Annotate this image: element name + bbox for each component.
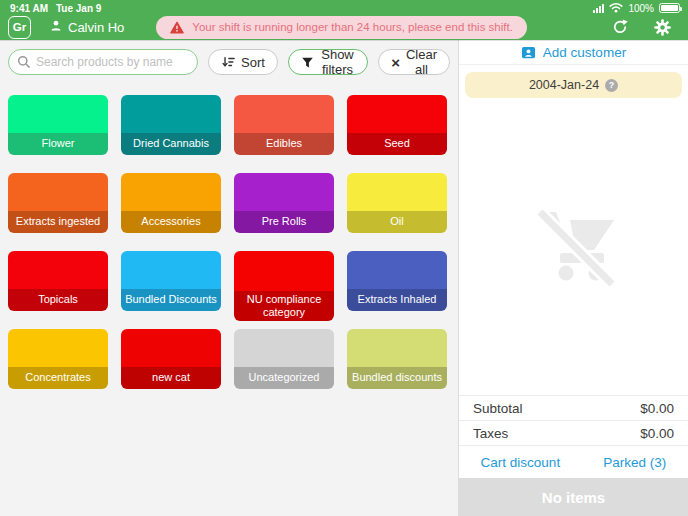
category-label: Uncategorized xyxy=(234,367,334,389)
warning-triangle-icon xyxy=(170,21,184,34)
category-label: Flower xyxy=(8,133,108,155)
product-toolbar: Sort Show filters × Clear all xyxy=(0,40,458,75)
user-icon xyxy=(49,19,63,36)
subtotal-label: Subtotal xyxy=(473,401,523,416)
category-label: Edibles xyxy=(234,133,334,155)
shift-warning-text: Your shift is running longer than 24 hou… xyxy=(192,21,513,33)
empty-cart-area xyxy=(459,105,688,395)
cart-discount-link[interactable]: Cart discount xyxy=(481,455,561,470)
status-date: Tue Jan 9 xyxy=(56,3,101,14)
category-color-swatch xyxy=(347,95,447,133)
category-label: Accessories xyxy=(121,211,221,233)
refresh-button[interactable] xyxy=(609,16,631,38)
category-color-swatch xyxy=(234,329,334,367)
pos-app: 9:41 AM Tue Jan 9 100% xyxy=(0,0,688,516)
filter-funnel-icon xyxy=(301,56,314,69)
category-tile-pre-rolls[interactable]: Pre Rolls xyxy=(234,173,334,233)
show-filters-button[interactable]: Show filters xyxy=(288,49,368,75)
category-tile-edibles[interactable]: Edibles xyxy=(234,95,334,155)
category-label: Topicals xyxy=(8,289,108,311)
category-tile-accessories[interactable]: Accessories xyxy=(121,173,221,233)
battery-icon xyxy=(659,3,680,13)
category-label: Extracts ingested xyxy=(8,211,108,233)
greenline-logo: Gr xyxy=(8,16,31,39)
sort-button[interactable]: Sort xyxy=(208,49,278,75)
category-color-swatch xyxy=(121,251,221,289)
category-color-swatch xyxy=(347,251,447,289)
category-label: Bundled discounts xyxy=(347,367,447,389)
gear-icon xyxy=(653,18,672,37)
sort-button-label: Sort xyxy=(241,55,265,70)
category-tile-seed[interactable]: Seed xyxy=(347,95,447,155)
settings-button[interactable] xyxy=(651,16,674,39)
cellular-signal-icon xyxy=(593,4,604,13)
category-tile-nu-compliance-category[interactable]: NU compliance category xyxy=(234,251,334,321)
refresh-icon xyxy=(611,18,629,36)
category-tile-uncategorized[interactable]: Uncategorized xyxy=(234,329,334,389)
category-color-swatch xyxy=(8,173,108,211)
category-color-swatch xyxy=(234,95,334,133)
sort-icon xyxy=(221,55,235,69)
current-user-button[interactable]: Calvin Ho xyxy=(49,19,124,36)
category-color-swatch xyxy=(234,251,334,291)
category-tile-bundled-discounts[interactable]: Bundled Discounts xyxy=(121,251,221,311)
category-tile-new-cat[interactable]: new cat xyxy=(121,329,221,389)
category-label: Oil xyxy=(347,211,447,233)
taxes-label: Taxes xyxy=(473,426,508,441)
customer-birthdate-chip[interactable]: 2004-Jan-24 ? xyxy=(465,72,682,98)
search-icon xyxy=(17,55,31,69)
contact-card-icon xyxy=(521,45,536,60)
birthdate-value: 2004-Jan-24 xyxy=(529,78,599,92)
category-tile-extracts-ingested[interactable]: Extracts ingested xyxy=(8,173,108,233)
battery-percent: 100% xyxy=(628,3,654,14)
shift-warning-banner: Your shift is running longer than 24 hou… xyxy=(156,16,527,39)
category-tile-dried-cannabis[interactable]: Dried Cannabis xyxy=(121,95,221,155)
category-tile-extracts-inhaled[interactable]: Extracts Inhaled xyxy=(347,251,447,311)
taxes-row: Taxes $0.00 xyxy=(459,421,688,446)
category-tile-concentrates[interactable]: Concentrates xyxy=(8,329,108,389)
subtotal-row: Subtotal $0.00 xyxy=(459,396,688,421)
cart-summary: Subtotal $0.00 Taxes $0.00 Cart discount… xyxy=(459,395,688,478)
category-label: new cat xyxy=(121,367,221,389)
show-filters-label: Show filters xyxy=(320,47,355,77)
category-color-swatch xyxy=(121,329,221,367)
category-color-swatch xyxy=(347,173,447,211)
category-label: Seed xyxy=(347,133,447,155)
category-label: Dried Cannabis xyxy=(121,133,221,155)
add-customer-button[interactable]: Add customer xyxy=(459,40,688,65)
subtotal-value: $0.00 xyxy=(640,401,674,416)
category-tile-topicals[interactable]: Topicals xyxy=(8,251,108,311)
parked-sales-link[interactable]: Parked (3) xyxy=(603,455,666,470)
category-color-swatch xyxy=(121,173,221,211)
category-label: Extracts Inhaled xyxy=(347,289,447,311)
category-color-swatch xyxy=(347,329,447,367)
category-tile-oil[interactable]: Oil xyxy=(347,173,447,233)
category-tile-flower[interactable]: Flower xyxy=(8,95,108,155)
cart-panel: Add customer 2004-Jan-24 ? xyxy=(458,40,688,516)
category-grid: FlowerDried CannabisEdiblesSeedExtracts … xyxy=(0,75,458,389)
category-tile-bundled-discounts[interactable]: Bundled discounts xyxy=(347,329,447,389)
category-color-swatch xyxy=(8,95,108,133)
checkout-button[interactable]: No items xyxy=(459,478,688,516)
status-time: 9:41 AM xyxy=(10,3,48,14)
taxes-value: $0.00 xyxy=(640,426,674,441)
clear-all-button[interactable]: × Clear all xyxy=(378,49,450,75)
search-input[interactable] xyxy=(8,49,198,75)
product-browser: Sort Show filters × Clear all FlowerDrie… xyxy=(0,40,458,516)
add-customer-label: Add customer xyxy=(543,45,626,60)
category-color-swatch xyxy=(121,95,221,133)
wifi-icon xyxy=(609,2,623,15)
app-header: 9:41 AM Tue Jan 9 100% xyxy=(0,0,688,40)
close-icon: × xyxy=(391,55,400,70)
category-label: Concentrates xyxy=(8,367,108,389)
help-icon[interactable]: ? xyxy=(605,79,618,92)
category-label: Bundled Discounts xyxy=(121,289,221,311)
category-label: Pre Rolls xyxy=(234,211,334,233)
clear-all-label: Clear all xyxy=(406,47,437,77)
category-color-swatch xyxy=(8,329,108,367)
category-color-swatch xyxy=(234,173,334,211)
status-bar: 9:41 AM Tue Jan 9 100% xyxy=(0,0,688,14)
category-label: NU compliance category xyxy=(234,291,334,321)
user-name: Calvin Ho xyxy=(68,20,124,35)
empty-cart-icon xyxy=(526,200,622,300)
